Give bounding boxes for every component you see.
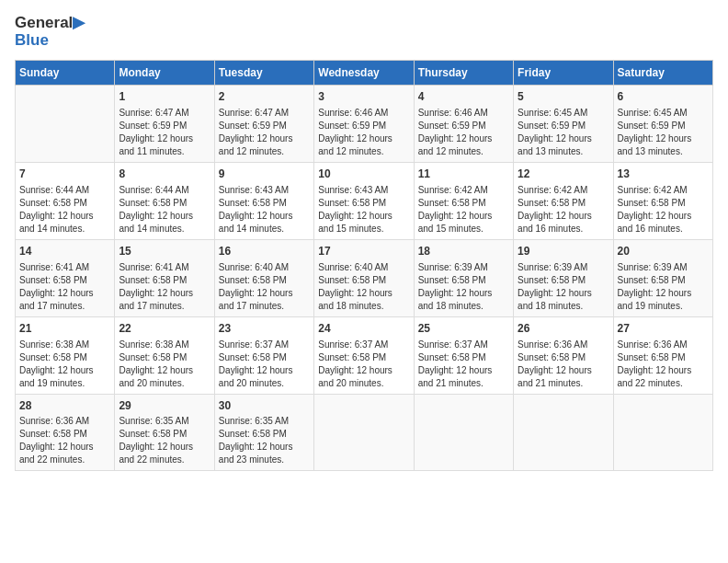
day-number: 7: [19, 167, 110, 182]
day-info: Sunrise: 6:45 AM Sunset: 6:59 PM Dayligh…: [618, 107, 709, 158]
calendar-cell: 21Sunrise: 6:38 AM Sunset: 6:58 PM Dayli…: [16, 316, 115, 394]
calendar-table: SundayMondayTuesdayWednesdayThursdayFrid…: [15, 60, 713, 471]
day-number: 19: [518, 244, 609, 259]
calendar-cell: [314, 394, 414, 471]
day-info: Sunrise: 6:41 AM Sunset: 6:58 PM Dayligh…: [19, 261, 110, 313]
calendar-cell: [514, 394, 613, 471]
day-info: Sunrise: 6:46 AM Sunset: 6:59 PM Dayligh…: [318, 107, 409, 158]
day-number: 11: [418, 167, 509, 182]
calendar-cell: 28Sunrise: 6:36 AM Sunset: 6:58 PM Dayli…: [16, 394, 115, 471]
logo-general: General▶: [15, 15, 85, 32]
calendar-cell: 19Sunrise: 6:39 AM Sunset: 6:58 PM Dayli…: [514, 239, 613, 316]
day-number: 26: [518, 321, 609, 337]
day-info: Sunrise: 6:44 AM Sunset: 6:58 PM Dayligh…: [119, 184, 210, 236]
calendar-cell: 20Sunrise: 6:39 AM Sunset: 6:58 PM Dayli…: [613, 239, 712, 316]
logo-blue: Blue: [15, 32, 85, 50]
day-number: 1: [119, 89, 210, 105]
day-info: Sunrise: 6:40 AM Sunset: 6:58 PM Dayligh…: [219, 261, 310, 313]
day-number: 10: [318, 167, 409, 182]
calendar-cell: 4Sunrise: 6:46 AM Sunset: 6:59 PM Daylig…: [414, 86, 513, 163]
day-info: Sunrise: 6:42 AM Sunset: 6:58 PM Dayligh…: [518, 184, 609, 236]
day-info: Sunrise: 6:42 AM Sunset: 6:58 PM Dayligh…: [618, 184, 709, 236]
calendar-cell: 5Sunrise: 6:45 AM Sunset: 6:59 PM Daylig…: [514, 86, 613, 163]
calendar-week-row: 21Sunrise: 6:38 AM Sunset: 6:58 PM Dayli…: [16, 316, 713, 394]
day-info: Sunrise: 6:39 AM Sunset: 6:58 PM Dayligh…: [418, 261, 509, 313]
calendar-cell: 7Sunrise: 6:44 AM Sunset: 6:58 PM Daylig…: [16, 163, 115, 240]
calendar-cell: 22Sunrise: 6:38 AM Sunset: 6:58 PM Dayli…: [115, 316, 214, 394]
calendar-cell: 23Sunrise: 6:37 AM Sunset: 6:58 PM Dayli…: [214, 316, 313, 394]
day-number: 30: [219, 398, 310, 414]
day-number: 23: [219, 321, 310, 337]
calendar-cell: 3Sunrise: 6:46 AM Sunset: 6:59 PM Daylig…: [314, 86, 414, 163]
day-info: Sunrise: 6:37 AM Sunset: 6:58 PM Dayligh…: [318, 339, 409, 390]
calendar-cell: 24Sunrise: 6:37 AM Sunset: 6:58 PM Dayli…: [314, 316, 414, 394]
day-info: Sunrise: 6:35 AM Sunset: 6:58 PM Dayligh…: [219, 415, 310, 466]
day-info: Sunrise: 6:35 AM Sunset: 6:58 PM Dayligh…: [119, 415, 210, 466]
calendar-cell: 8Sunrise: 6:44 AM Sunset: 6:58 PM Daylig…: [115, 163, 214, 240]
day-number: 20: [618, 244, 709, 259]
logo: General▶ Blue: [15, 15, 85, 49]
calendar-cell: 18Sunrise: 6:39 AM Sunset: 6:58 PM Dayli…: [414, 239, 513, 316]
day-info: Sunrise: 6:46 AM Sunset: 6:59 PM Dayligh…: [418, 107, 509, 158]
calendar-week-row: 28Sunrise: 6:36 AM Sunset: 6:58 PM Dayli…: [16, 394, 713, 471]
day-number: 21: [19, 321, 110, 337]
weekday-header-saturday: Saturday: [613, 61, 712, 86]
weekday-header-monday: Monday: [115, 61, 214, 86]
day-info: Sunrise: 6:42 AM Sunset: 6:58 PM Dayligh…: [418, 184, 509, 236]
calendar-cell: [16, 86, 115, 163]
calendar-cell: 1Sunrise: 6:47 AM Sunset: 6:59 PM Daylig…: [115, 86, 214, 163]
day-info: Sunrise: 6:39 AM Sunset: 6:58 PM Dayligh…: [618, 261, 709, 313]
day-number: 16: [219, 244, 310, 259]
weekday-header-sunday: Sunday: [16, 61, 115, 86]
day-number: 9: [219, 167, 310, 182]
day-number: 24: [318, 321, 409, 337]
day-info: Sunrise: 6:43 AM Sunset: 6:58 PM Dayligh…: [219, 184, 310, 236]
weekday-header-thursday: Thursday: [414, 61, 513, 86]
day-info: Sunrise: 6:47 AM Sunset: 6:59 PM Dayligh…: [119, 107, 210, 158]
calendar-cell: 2Sunrise: 6:47 AM Sunset: 6:59 PM Daylig…: [214, 86, 313, 163]
day-info: Sunrise: 6:36 AM Sunset: 6:58 PM Dayligh…: [618, 339, 709, 390]
weekday-row: SundayMondayTuesdayWednesdayThursdayFrid…: [16, 61, 713, 86]
day-number: 5: [518, 89, 609, 105]
calendar-header: SundayMondayTuesdayWednesdayThursdayFrid…: [16, 61, 713, 86]
day-number: 17: [318, 244, 409, 259]
day-info: Sunrise: 6:43 AM Sunset: 6:58 PM Dayligh…: [318, 184, 409, 236]
day-info: Sunrise: 6:45 AM Sunset: 6:59 PM Dayligh…: [518, 107, 609, 158]
calendar-week-row: 14Sunrise: 6:41 AM Sunset: 6:58 PM Dayli…: [16, 239, 713, 316]
calendar-week-row: 1Sunrise: 6:47 AM Sunset: 6:59 PM Daylig…: [16, 86, 713, 163]
day-number: 3: [318, 89, 409, 105]
calendar-cell: 11Sunrise: 6:42 AM Sunset: 6:58 PM Dayli…: [414, 163, 513, 240]
calendar-cell: 25Sunrise: 6:37 AM Sunset: 6:58 PM Dayli…: [414, 316, 513, 394]
day-info: Sunrise: 6:38 AM Sunset: 6:58 PM Dayligh…: [19, 339, 110, 390]
calendar-cell: 15Sunrise: 6:41 AM Sunset: 6:58 PM Dayli…: [115, 239, 214, 316]
calendar-cell: 26Sunrise: 6:36 AM Sunset: 6:58 PM Dayli…: [514, 316, 613, 394]
weekday-header-wednesday: Wednesday: [314, 61, 414, 86]
day-info: Sunrise: 6:40 AM Sunset: 6:58 PM Dayligh…: [318, 261, 409, 313]
day-info: Sunrise: 6:36 AM Sunset: 6:58 PM Dayligh…: [518, 339, 609, 390]
calendar-cell: 29Sunrise: 6:35 AM Sunset: 6:58 PM Dayli…: [115, 394, 214, 471]
day-number: 28: [19, 398, 110, 414]
day-info: Sunrise: 6:47 AM Sunset: 6:59 PM Dayligh…: [219, 107, 310, 158]
calendar-body: 1Sunrise: 6:47 AM Sunset: 6:59 PM Daylig…: [16, 86, 713, 471]
day-number: 27: [618, 321, 709, 337]
day-number: 14: [19, 244, 110, 259]
weekday-header-tuesday: Tuesday: [214, 61, 313, 86]
calendar-cell: 12Sunrise: 6:42 AM Sunset: 6:58 PM Dayli…: [514, 163, 613, 240]
logo-text-block: General▶ Blue: [15, 15, 85, 49]
day-number: 13: [618, 167, 709, 182]
day-number: 12: [518, 167, 609, 182]
day-number: 18: [418, 244, 509, 259]
day-number: 4: [418, 89, 509, 105]
day-number: 8: [119, 167, 210, 182]
day-info: Sunrise: 6:38 AM Sunset: 6:58 PM Dayligh…: [119, 339, 210, 390]
day-number: 29: [119, 398, 210, 414]
day-number: 2: [219, 89, 310, 105]
calendar-cell: 9Sunrise: 6:43 AM Sunset: 6:58 PM Daylig…: [214, 163, 313, 240]
day-info: Sunrise: 6:41 AM Sunset: 6:58 PM Dayligh…: [119, 261, 210, 313]
calendar-cell: 16Sunrise: 6:40 AM Sunset: 6:58 PM Dayli…: [214, 239, 313, 316]
weekday-header-friday: Friday: [514, 61, 613, 86]
day-number: 22: [119, 321, 210, 337]
day-info: Sunrise: 6:36 AM Sunset: 6:58 PM Dayligh…: [19, 415, 110, 466]
calendar-cell: 6Sunrise: 6:45 AM Sunset: 6:59 PM Daylig…: [613, 86, 712, 163]
day-info: Sunrise: 6:44 AM Sunset: 6:58 PM Dayligh…: [19, 184, 110, 236]
